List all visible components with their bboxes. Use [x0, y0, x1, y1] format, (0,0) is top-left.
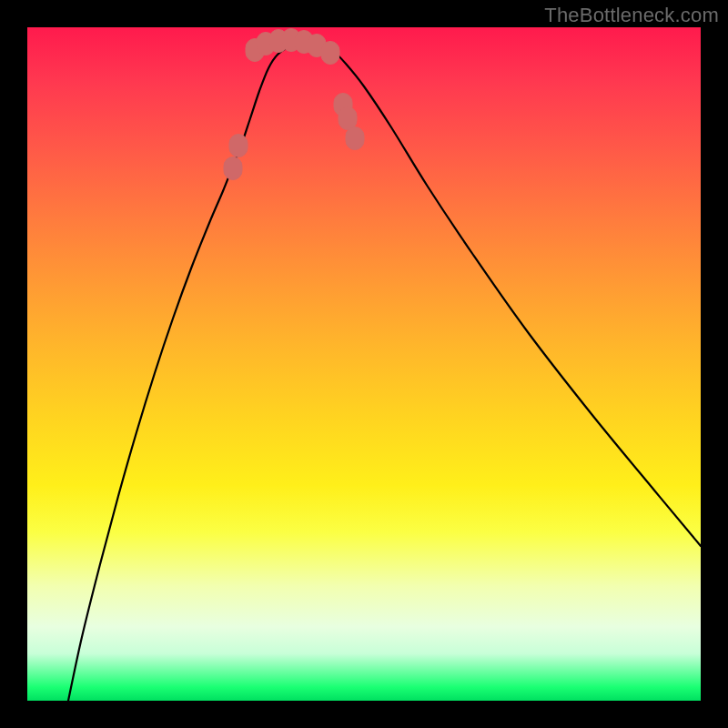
- curve-marker: [229, 135, 248, 157]
- watermark-text: TheBottleneck.com: [544, 4, 719, 27]
- bottleneck-curve: [68, 41, 701, 701]
- highlighted-markers: [224, 29, 364, 180]
- curve-marker: [321, 42, 339, 65]
- curve-marker: [224, 157, 242, 180]
- curve-marker: [339, 107, 357, 130]
- chart-frame: TheBottleneck.com: [0, 0, 728, 728]
- curve-marker: [346, 127, 364, 150]
- plot-area: [27, 27, 701, 701]
- curve-svg: [27, 27, 701, 701]
